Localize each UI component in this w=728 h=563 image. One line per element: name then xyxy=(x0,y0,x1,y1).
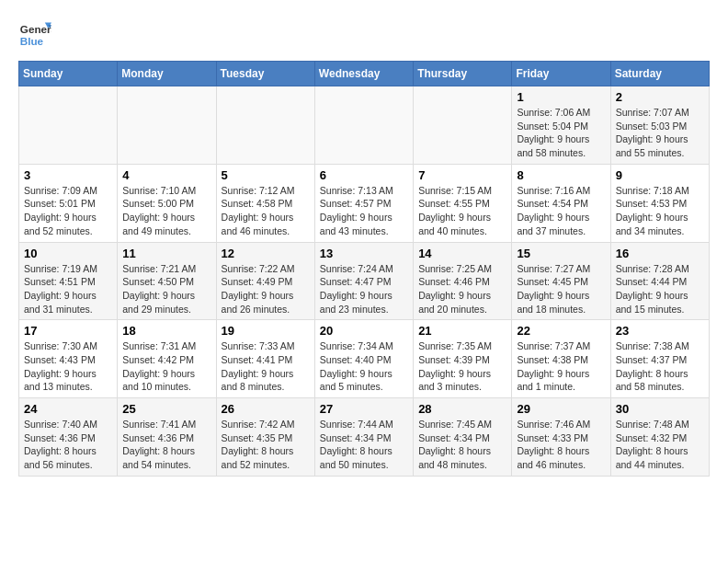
day-info: Sunrise: 7:42 AM Sunset: 4:35 PM Dayligh… xyxy=(222,418,310,472)
calendar-cell: 13Sunrise: 7:24 AM Sunset: 4:47 PM Dayli… xyxy=(314,242,413,320)
calendar-cell: 20Sunrise: 7:34 AM Sunset: 4:40 PM Dayli… xyxy=(314,320,413,398)
calendar-cell xyxy=(19,86,118,165)
day-info: Sunrise: 7:09 AM Sunset: 5:01 PM Dayligh… xyxy=(24,184,112,238)
day-info: Sunrise: 7:27 AM Sunset: 4:45 PM Dayligh… xyxy=(517,262,605,316)
day-number: 13 xyxy=(320,247,408,260)
header: General Blue xyxy=(18,18,710,52)
calendar-cell xyxy=(314,86,413,165)
calendar-cell: 1Sunrise: 7:06 AM Sunset: 5:04 PM Daylig… xyxy=(512,86,610,165)
calendar-week-row: 10Sunrise: 7:19 AM Sunset: 4:51 PM Dayli… xyxy=(19,242,710,320)
logo: General Blue xyxy=(18,18,51,52)
day-number: 25 xyxy=(122,402,210,416)
header-day-thursday: Thursday xyxy=(414,62,512,86)
calendar-cell: 8Sunrise: 7:16 AM Sunset: 4:54 PM Daylig… xyxy=(512,164,610,242)
day-number: 8 xyxy=(517,168,605,182)
day-number: 26 xyxy=(222,402,310,416)
day-info: Sunrise: 7:38 AM Sunset: 4:37 PM Dayligh… xyxy=(616,339,704,394)
day-info: Sunrise: 7:48 AM Sunset: 4:32 PM Dayligh… xyxy=(616,418,704,472)
day-info: Sunrise: 7:24 AM Sunset: 4:47 PM Dayligh… xyxy=(320,262,408,316)
calendar-cell: 16Sunrise: 7:28 AM Sunset: 4:44 PM Dayli… xyxy=(610,242,709,320)
header-day-tuesday: Tuesday xyxy=(216,62,314,86)
day-number: 5 xyxy=(222,168,310,182)
day-number: 29 xyxy=(517,402,605,416)
day-number: 6 xyxy=(320,168,408,182)
day-info: Sunrise: 7:33 AM Sunset: 4:41 PM Dayligh… xyxy=(222,339,310,394)
logo-icon: General Blue xyxy=(18,18,51,52)
header-day-saturday: Saturday xyxy=(610,62,709,86)
svg-text:Blue: Blue xyxy=(20,35,44,47)
day-info: Sunrise: 7:19 AM Sunset: 4:51 PM Dayligh… xyxy=(24,262,112,316)
calendar-cell: 17Sunrise: 7:30 AM Sunset: 4:43 PM Dayli… xyxy=(19,320,118,398)
day-info: Sunrise: 7:22 AM Sunset: 4:49 PM Dayligh… xyxy=(222,262,310,316)
calendar-cell: 11Sunrise: 7:21 AM Sunset: 4:50 PM Dayli… xyxy=(118,242,216,320)
calendar-cell: 28Sunrise: 7:45 AM Sunset: 4:34 PM Dayli… xyxy=(414,398,512,477)
day-info: Sunrise: 7:07 AM Sunset: 5:03 PM Dayligh… xyxy=(616,106,704,160)
calendar-cell: 27Sunrise: 7:44 AM Sunset: 4:34 PM Dayli… xyxy=(314,398,413,477)
day-number: 1 xyxy=(517,90,605,104)
day-number: 22 xyxy=(517,324,605,338)
day-info: Sunrise: 7:45 AM Sunset: 4:34 PM Dayligh… xyxy=(418,418,506,472)
header-day-monday: Monday xyxy=(118,62,216,86)
day-info: Sunrise: 7:21 AM Sunset: 4:50 PM Dayligh… xyxy=(122,262,210,316)
day-info: Sunrise: 7:12 AM Sunset: 4:58 PM Dayligh… xyxy=(222,184,310,238)
day-info: Sunrise: 7:16 AM Sunset: 4:54 PM Dayligh… xyxy=(517,184,605,238)
day-number: 19 xyxy=(222,324,310,338)
day-number: 28 xyxy=(418,402,506,416)
calendar-cell: 4Sunrise: 7:10 AM Sunset: 5:00 PM Daylig… xyxy=(118,164,216,242)
calendar-header-row: SundayMondayTuesdayWednesdayThursdayFrid… xyxy=(19,62,710,86)
day-number: 11 xyxy=(122,247,210,260)
day-info: Sunrise: 7:41 AM Sunset: 4:36 PM Dayligh… xyxy=(122,418,210,472)
calendar-cell xyxy=(216,86,314,165)
day-number: 23 xyxy=(616,324,704,338)
day-number: 9 xyxy=(616,168,704,182)
calendar-cell: 2Sunrise: 7:07 AM Sunset: 5:03 PM Daylig… xyxy=(610,86,709,165)
day-info: Sunrise: 7:31 AM Sunset: 4:42 PM Dayligh… xyxy=(122,339,210,394)
calendar-cell: 24Sunrise: 7:40 AM Sunset: 4:36 PM Dayli… xyxy=(19,398,118,477)
calendar-cell: 3Sunrise: 7:09 AM Sunset: 5:01 PM Daylig… xyxy=(19,164,118,242)
calendar-cell xyxy=(414,86,512,165)
day-info: Sunrise: 7:37 AM Sunset: 4:38 PM Dayligh… xyxy=(517,339,605,394)
day-number: 10 xyxy=(24,247,112,260)
day-number: 18 xyxy=(122,324,210,338)
day-number: 14 xyxy=(418,247,506,260)
day-info: Sunrise: 7:06 AM Sunset: 5:04 PM Dayligh… xyxy=(517,106,605,160)
day-info: Sunrise: 7:25 AM Sunset: 4:46 PM Dayligh… xyxy=(418,262,506,316)
day-info: Sunrise: 7:10 AM Sunset: 5:00 PM Dayligh… xyxy=(122,184,210,238)
calendar-cell xyxy=(118,86,216,165)
day-number: 17 xyxy=(24,324,112,338)
calendar-cell: 10Sunrise: 7:19 AM Sunset: 4:51 PM Dayli… xyxy=(19,242,118,320)
day-info: Sunrise: 7:30 AM Sunset: 4:43 PM Dayligh… xyxy=(24,339,112,394)
calendar-cell: 22Sunrise: 7:37 AM Sunset: 4:38 PM Dayli… xyxy=(512,320,610,398)
day-number: 30 xyxy=(616,402,704,416)
calendar-cell: 30Sunrise: 7:48 AM Sunset: 4:32 PM Dayli… xyxy=(610,398,709,477)
day-number: 16 xyxy=(616,247,704,260)
calendar-cell: 14Sunrise: 7:25 AM Sunset: 4:46 PM Dayli… xyxy=(414,242,512,320)
day-number: 21 xyxy=(418,324,506,338)
day-number: 7 xyxy=(418,168,506,182)
day-info: Sunrise: 7:44 AM Sunset: 4:34 PM Dayligh… xyxy=(320,418,408,472)
calendar-week-row: 17Sunrise: 7:30 AM Sunset: 4:43 PM Dayli… xyxy=(19,320,710,398)
day-number: 24 xyxy=(24,402,112,416)
calendar-week-row: 1Sunrise: 7:06 AM Sunset: 5:04 PM Daylig… xyxy=(19,86,710,165)
day-info: Sunrise: 7:13 AM Sunset: 4:57 PM Dayligh… xyxy=(320,184,408,238)
day-info: Sunrise: 7:28 AM Sunset: 4:44 PM Dayligh… xyxy=(616,262,704,316)
day-number: 12 xyxy=(222,247,310,260)
calendar-cell: 25Sunrise: 7:41 AM Sunset: 4:36 PM Dayli… xyxy=(118,398,216,477)
day-number: 20 xyxy=(320,324,408,338)
day-number: 2 xyxy=(616,90,704,104)
day-number: 3 xyxy=(24,168,112,182)
calendar-week-row: 3Sunrise: 7:09 AM Sunset: 5:01 PM Daylig… xyxy=(19,164,710,242)
day-info: Sunrise: 7:34 AM Sunset: 4:40 PM Dayligh… xyxy=(320,339,408,394)
calendar-cell: 6Sunrise: 7:13 AM Sunset: 4:57 PM Daylig… xyxy=(314,164,413,242)
calendar-cell: 5Sunrise: 7:12 AM Sunset: 4:58 PM Daylig… xyxy=(216,164,314,242)
day-number: 4 xyxy=(122,168,210,182)
day-info: Sunrise: 7:40 AM Sunset: 4:36 PM Dayligh… xyxy=(24,418,112,472)
day-number: 15 xyxy=(517,247,605,260)
header-day-friday: Friday xyxy=(512,62,610,86)
day-info: Sunrise: 7:15 AM Sunset: 4:55 PM Dayligh… xyxy=(418,184,506,238)
calendar-cell: 9Sunrise: 7:18 AM Sunset: 4:53 PM Daylig… xyxy=(610,164,709,242)
calendar-table: SundayMondayTuesdayWednesdayThursdayFrid… xyxy=(18,61,710,477)
calendar-week-row: 24Sunrise: 7:40 AM Sunset: 4:36 PM Dayli… xyxy=(19,398,710,477)
header-day-sunday: Sunday xyxy=(19,62,118,86)
header-day-wednesday: Wednesday xyxy=(314,62,413,86)
